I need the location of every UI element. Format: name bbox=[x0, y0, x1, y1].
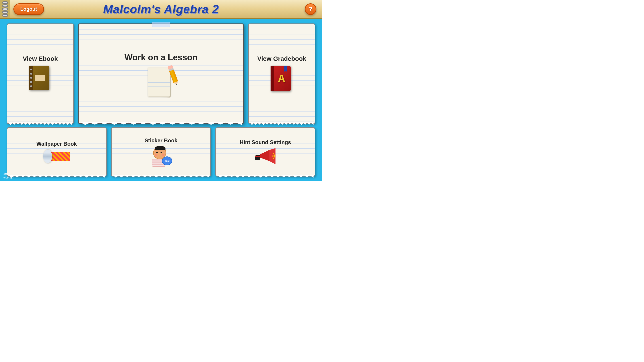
lesson-paper-main bbox=[148, 67, 170, 96]
ebook-label bbox=[35, 75, 46, 81]
gradebook-bookmark bbox=[284, 66, 287, 72]
spiral-ring bbox=[2, 11, 8, 14]
version-info: ☁ v4.0.837 bbox=[3, 170, 14, 179]
sticker-book-title: Sticker Book bbox=[145, 137, 178, 144]
ebook-icon bbox=[29, 66, 52, 92]
sticker-blush-left bbox=[155, 154, 158, 156]
ebook-ring bbox=[30, 77, 32, 79]
spiral-ring bbox=[2, 14, 8, 17]
hint-sound-title: Hint Sound Settings bbox=[240, 139, 291, 145]
ebook-spine bbox=[29, 66, 33, 90]
svg-rect-48 bbox=[255, 155, 260, 160]
sticker-yes-bubble: Yes! bbox=[162, 156, 172, 165]
ebook-ring bbox=[30, 81, 32, 83]
gradebook-grade-letter: A bbox=[278, 72, 286, 85]
wallpaper-icon bbox=[43, 150, 70, 163]
wallpaper-tube bbox=[43, 150, 52, 163]
view-gradebook-title: View Gradebook bbox=[258, 55, 306, 62]
hint-sound-settings-card[interactable]: Hint Sound Settings bbox=[215, 127, 315, 177]
header: Logout Malcolm's Algebra 2 ? bbox=[0, 0, 322, 19]
hint-icon bbox=[254, 148, 276, 165]
gradebook-book: A bbox=[270, 66, 291, 91]
svg-rect-51 bbox=[255, 156, 260, 157]
ebook-book bbox=[29, 66, 49, 90]
svg-marker-49 bbox=[260, 150, 270, 161]
ebook-ring bbox=[30, 73, 32, 75]
megaphone-svg bbox=[254, 148, 276, 165]
work-on-lesson-title: Work on a Lesson bbox=[124, 53, 198, 62]
ebook-ring bbox=[30, 85, 32, 87]
view-gradebook-card[interactable]: View Gradebook A bbox=[248, 23, 315, 124]
main-content: View Ebook Work on a Lesson bbox=[0, 19, 322, 181]
sticker-book-card[interactable]: Sticker Book bbox=[111, 127, 211, 177]
wallpaper-book-title: Wallpaper Book bbox=[36, 141, 77, 147]
top-row: View Ebook Work on a Lesson bbox=[7, 23, 315, 124]
lesson-card-inner: Work on a Lesson bbox=[84, 29, 238, 119]
bottom-row: Wallpaper Book Sticker Book bbox=[7, 127, 315, 177]
wallpaper-book-card[interactable]: Wallpaper Book bbox=[7, 127, 107, 177]
gradebook-icon: A bbox=[270, 66, 293, 92]
cloud-icon: ☁ bbox=[3, 170, 8, 176]
sticker-blush-right bbox=[162, 154, 164, 156]
spiral-binding bbox=[0, 0, 10, 18]
work-on-lesson-card[interactable]: Work on a Lesson bbox=[78, 23, 244, 124]
app-title: Malcolm's Algebra 2 bbox=[103, 2, 219, 16]
wallpaper-roll bbox=[43, 150, 70, 163]
view-ebook-title: View Ebook bbox=[23, 55, 58, 62]
sticker-character: Yes! bbox=[151, 146, 171, 166]
sticker-yes-text: Yes! bbox=[164, 160, 170, 162]
spiral-ring bbox=[2, 4, 8, 7]
lesson-icon bbox=[146, 67, 176, 99]
view-ebook-card[interactable]: View Ebook bbox=[7, 23, 74, 124]
logout-button[interactable]: Logout bbox=[14, 3, 44, 15]
spiral-ring bbox=[2, 7, 8, 10]
tape bbox=[152, 22, 170, 27]
sticker-hair bbox=[155, 146, 166, 150]
gradebook-spine bbox=[270, 66, 274, 91]
sticker-icon: Yes! bbox=[151, 146, 171, 166]
ebook-ring bbox=[30, 69, 32, 70]
spiral-ring bbox=[2, 1, 8, 4]
sticker-eyes bbox=[156, 152, 162, 153]
help-button[interactable]: ? bbox=[305, 3, 316, 15]
